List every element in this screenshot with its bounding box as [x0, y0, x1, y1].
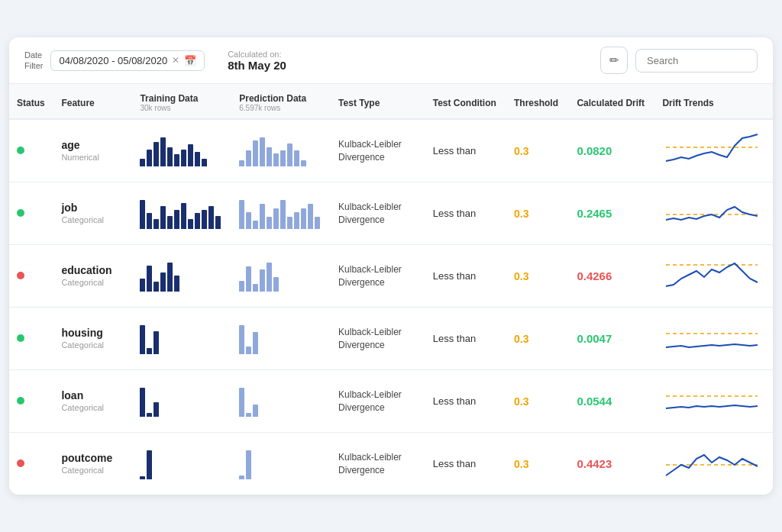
bar	[167, 147, 173, 166]
feature-cell: poutcomeCategorical	[53, 433, 132, 495]
bar	[246, 150, 251, 166]
bar	[167, 263, 173, 292]
bar	[147, 266, 152, 292]
bar-chart	[239, 136, 323, 166]
bar-chart	[239, 449, 323, 479]
bar	[239, 281, 244, 292]
col-header-prediction: Prediction Data 6.597k rows	[231, 84, 331, 119]
bar	[246, 450, 251, 479]
threshold-cell: 0.3	[506, 308, 569, 370]
bar	[273, 277, 279, 292]
test-condition-cell: Less than	[425, 433, 506, 495]
top-bar: DateFilter 04/08/2020 - 05/08/2020 ✕ 📅 C…	[9, 37, 773, 84]
bar	[253, 405, 258, 417]
calculated-on-label: Calculated on:	[228, 50, 286, 59]
feature-cell: housingCategorical	[53, 308, 132, 370]
bar	[140, 476, 145, 479]
bar	[167, 216, 173, 229]
bar	[260, 204, 265, 229]
calculated-on: Calculated on: 8th May 20	[228, 50, 286, 72]
bar	[239, 388, 244, 417]
test-type-cell: Kulback-LeiblerDivergence	[331, 245, 425, 308]
test-type-cell: Kulback-LeiblerDivergence	[331, 433, 425, 495]
date-range-input[interactable]: 04/08/2020 - 05/08/2020 ✕ 📅	[50, 50, 205, 71]
bar-chart	[140, 261, 224, 292]
bar	[140, 388, 145, 417]
drift-value-cell: 0.0047	[569, 308, 654, 370]
threshold-cell: 0.3	[506, 370, 569, 433]
bar	[174, 154, 179, 166]
data-table-wrapper: Status Feature Training Data 30k rows Pr…	[9, 84, 773, 495]
bar	[239, 200, 244, 229]
feature-type: Categorical	[61, 403, 104, 412]
status-dot	[17, 334, 24, 342]
bar	[195, 152, 200, 166]
trend-line	[666, 344, 758, 347]
edit-button[interactable]: ✏	[600, 47, 628, 74]
threshold-cell: 0.3	[506, 182, 569, 245]
bar-chart	[140, 449, 224, 479]
bar	[287, 143, 292, 166]
threshold-cell: 0.3	[506, 245, 569, 308]
bar	[280, 200, 286, 229]
trend-svg	[662, 381, 761, 419]
bar	[202, 159, 207, 166]
bar	[153, 142, 159, 166]
bar	[253, 221, 258, 229]
status-cell	[9, 119, 53, 182]
bar	[308, 204, 313, 229]
test-type-cell: Kulback-LeiblerDivergence	[331, 119, 425, 182]
status-cell	[9, 245, 53, 308]
bar	[160, 137, 166, 166]
table-body: ageNumericalKulback-LeiblerDivergenceLes…	[9, 119, 773, 495]
status-cell	[9, 308, 53, 370]
bar	[260, 137, 265, 166]
table-row: ageNumericalKulback-LeiblerDivergenceLes…	[9, 119, 773, 182]
bar	[253, 284, 258, 292]
bar	[253, 140, 258, 166]
calendar-icon[interactable]: 📅	[184, 55, 196, 66]
date-range-value: 04/08/2020 - 05/08/2020	[59, 55, 167, 66]
feature-name: age	[61, 139, 124, 151]
feature-cell: educationCategorical	[53, 245, 132, 308]
bar-chart	[140, 136, 224, 166]
bar	[153, 331, 159, 354]
feature-name: poutcome	[61, 452, 124, 464]
bar	[195, 213, 200, 229]
feature-type: Categorical	[61, 466, 104, 475]
search-input[interactable]	[635, 49, 758, 73]
clear-date-icon[interactable]: ✕	[172, 55, 179, 66]
status-cell	[9, 182, 53, 245]
main-container: DateFilter 04/08/2020 - 05/08/2020 ✕ 📅 C…	[9, 37, 773, 495]
trend-line	[666, 405, 758, 408]
bar	[260, 269, 265, 292]
status-dot	[17, 459, 24, 467]
bar	[267, 217, 272, 229]
table-row: housingCategoricalKulback-LeiblerDiverge…	[9, 308, 773, 370]
bar	[215, 216, 221, 229]
status-dot	[17, 147, 24, 154]
status-cell	[9, 370, 53, 433]
feature-name: job	[61, 202, 124, 214]
right-controls: ✏	[600, 47, 758, 74]
drift-value: 0.4423	[577, 457, 612, 470]
table-row: loanCategoricalKulback-LeiblerDivergence…	[9, 370, 773, 433]
bar	[294, 150, 299, 166]
bar-chart	[239, 261, 323, 292]
test-type-cell: Kulback-LeiblerDivergence	[331, 308, 425, 370]
trend-line	[666, 207, 758, 220]
test-condition-cell: Less than	[425, 182, 506, 245]
bar	[147, 150, 152, 166]
drift-value: 0.0544	[577, 395, 612, 408]
bar	[140, 279, 145, 292]
drift-value-cell: 0.4423	[569, 433, 654, 495]
trend-line	[666, 263, 758, 286]
training-chart-cell	[132, 119, 231, 182]
bar	[153, 282, 159, 292]
bar	[181, 203, 186, 229]
bar	[140, 159, 145, 166]
bar	[239, 160, 244, 166]
calculated-on-value: 8th May 20	[228, 59, 286, 72]
trend-svg	[662, 256, 761, 294]
training-chart-cell	[132, 433, 231, 495]
